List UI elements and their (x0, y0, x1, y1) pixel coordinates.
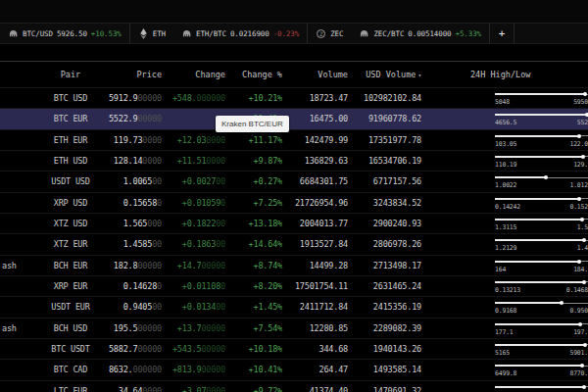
table-row[interactable]: USDT USD 1.006500 +0.002700 +0.27% 66843… (0, 172, 588, 192)
table-row[interactable]: BTC USDT 5882.700000 +543.500000 +10.18%… (0, 339, 588, 360)
price-cell: 195.500000 (102, 323, 162, 333)
table-row[interactable]: ETH EUR 119.730000 +12.030000 +11.17% 14… (0, 130, 588, 151)
price-trailing-zeros: 00000 (137, 323, 162, 333)
volume-value: 344.68 (282, 344, 348, 354)
range-track (495, 322, 588, 326)
range-track (495, 260, 588, 264)
usd-volume-value: 102982102.84 (348, 93, 421, 103)
price-trailing-zeros: 00 (152, 239, 162, 249)
pair-label: BTC USD (54, 93, 87, 103)
add-ticker-button[interactable]: + (489, 24, 514, 43)
ticker-pair-item[interactable]: ZEC/BTC 0.00514000 +5.33% (351, 24, 489, 43)
range-thumb (577, 134, 581, 138)
header-pair[interactable]: Pair (0, 70, 102, 79)
ticker-price: 0.0216900 (230, 29, 270, 38)
high-value: 197. (573, 328, 588, 336)
price-value: 0.9405 (123, 302, 153, 312)
table-row[interactable]: LTC EUR 34.640000 +3.070000 +9.72% 41374… (0, 381, 588, 392)
change-value: +11.51 (177, 156, 207, 166)
price-trailing-zeros: 000000 (132, 365, 162, 374)
table-row[interactable]: BTC CAD 8632.000000 +813.900000 +10.41% … (0, 360, 588, 380)
price-value: 5522.9 (109, 114, 138, 123)
table-body: BTC USD 5912.900000 +548.000000 +10.21% … (0, 88, 588, 392)
range-track (495, 364, 588, 368)
price-trailing-zeros: 00 (152, 302, 162, 312)
range-thumb (544, 175, 548, 179)
table-row[interactable]: USDT EUR 0.940500 +0.013400 +1.45% 24117… (0, 297, 588, 318)
low-value: 1.3115 (495, 223, 516, 231)
table-row[interactable]: XTZ USD 1.565000 +0.182200 +13.18% 20040… (0, 214, 588, 234)
change-trailing-zeros: 00000 (201, 344, 225, 354)
table-row[interactable]: ash BCH USD 195.500000 +13.700000 +7.54%… (0, 318, 588, 339)
table-row[interactable]: BTC USD 5912.900000 +548.000000 +10.21% … (0, 88, 588, 109)
usd-volume-value: 2900240.93 (348, 219, 421, 228)
volume-value: 136829.63 (282, 156, 348, 166)
change-cell: +14.700000 (162, 261, 225, 270)
table-row[interactable]: XRP USD 0.156580 +0.010590 +7.25% 217269… (0, 193, 588, 214)
eth-icon (138, 28, 149, 39)
change-value: +0.1822 (182, 219, 216, 228)
ticker-coin-item[interactable]: ETH (129, 24, 173, 43)
change-percent: +8.20% (225, 281, 282, 291)
price-value: 5882.7 (109, 344, 138, 354)
price-trailing-zeros: 0000 (142, 156, 162, 166)
ticker-bar-spacer (514, 24, 588, 43)
change-trailing-zeros: 00 (216, 219, 225, 228)
price-value: 5912.9 (109, 93, 138, 103)
pair-cell: XTZ USD (0, 219, 102, 228)
ticker-pair-item[interactable]: ETH/BTC 0.0216900 -0.23% (173, 24, 307, 43)
low-value: 1.0022 (495, 181, 516, 189)
pair-cell: USDT USD (0, 176, 102, 186)
usd-volume-value: 2806978.26 (348, 239, 421, 249)
header-price[interactable]: Price (102, 70, 162, 79)
change-cell: +0.186300 (162, 239, 225, 249)
ticker-coin-label: ETH (153, 29, 166, 38)
pair-cell: BTC EUR (0, 114, 102, 123)
pair-label: XTZ EUR (54, 239, 87, 249)
header-volume[interactable]: Volume (282, 70, 348, 79)
ticker-pair-item[interactable]: BTC/USD 5926.50 +10.53% (0, 24, 129, 43)
table-row[interactable]: XTZ EUR 1.458500 +0.186300 +14.64% 19135… (0, 234, 588, 255)
range-track (495, 113, 588, 117)
kraken-icon (359, 28, 369, 39)
change-percent: +8.74% (225, 261, 282, 270)
table-row[interactable]: ETH USD 128.140000 +11.510000 +9.87% 136… (0, 151, 588, 172)
pair-label: ETH USD (54, 156, 87, 166)
high-low-indicator: 103.05 122.0 (421, 130, 588, 150)
price-trailing-zeros: 00000 (137, 114, 162, 123)
change-trailing-zeros: 00000 (201, 365, 225, 374)
low-value: 5048 (495, 98, 510, 106)
high-value: 5950 (573, 98, 588, 106)
low-value: 0.9168 (495, 307, 516, 315)
change-value: +543.5 (172, 344, 202, 354)
high-value: 0.1468 (566, 286, 588, 294)
range-track (495, 218, 588, 221)
change-cell: +12.030000 (162, 135, 225, 145)
change-percent: +10.21% (225, 93, 282, 103)
table-row[interactable]: BTC EUR 5522.900000 +11.41% 16475.00 919… (0, 109, 588, 129)
change-cell: +813.900000 (162, 365, 225, 374)
table-row[interactable]: ash BCH EUR 182.800000 +14.700000 +8.74%… (0, 256, 588, 276)
ticker-coin-item[interactable]: Z ZEC (307, 24, 351, 43)
low-value: 6499.8 (495, 369, 516, 377)
change-trailing-zeros: 00 (216, 176, 225, 186)
pair-label: ETH EUR (54, 135, 87, 145)
range-thumb (578, 322, 582, 326)
high-value: 0.152 (569, 203, 588, 211)
price-cell: 1.565000 (102, 219, 162, 228)
change-percent: +10.41% (225, 365, 282, 374)
range-thumb (583, 343, 587, 347)
change-value: +0.0027 (182, 176, 216, 186)
range-thumb (577, 197, 581, 201)
price-cell: 8632.000000 (102, 365, 162, 374)
change-percent: +9.72% (225, 386, 282, 392)
volume-value: 6684301.75 (282, 176, 348, 186)
header-usd-volume[interactable]: USD Volume▾ (348, 70, 421, 79)
price-value: 0.14628 (123, 281, 157, 291)
header-change-pct[interactable]: Change % (225, 70, 282, 79)
header-change[interactable]: Change (162, 70, 225, 79)
ticker-items: BTC/USD 5926.50 +10.53% ETH ETH/BTC 0.02… (0, 24, 489, 43)
change-trailing-zeros: 00 (216, 302, 225, 312)
range-track (495, 155, 588, 159)
table-row[interactable]: XRP EUR 0.146280 +0.011080 +8.20% 175017… (0, 276, 588, 297)
